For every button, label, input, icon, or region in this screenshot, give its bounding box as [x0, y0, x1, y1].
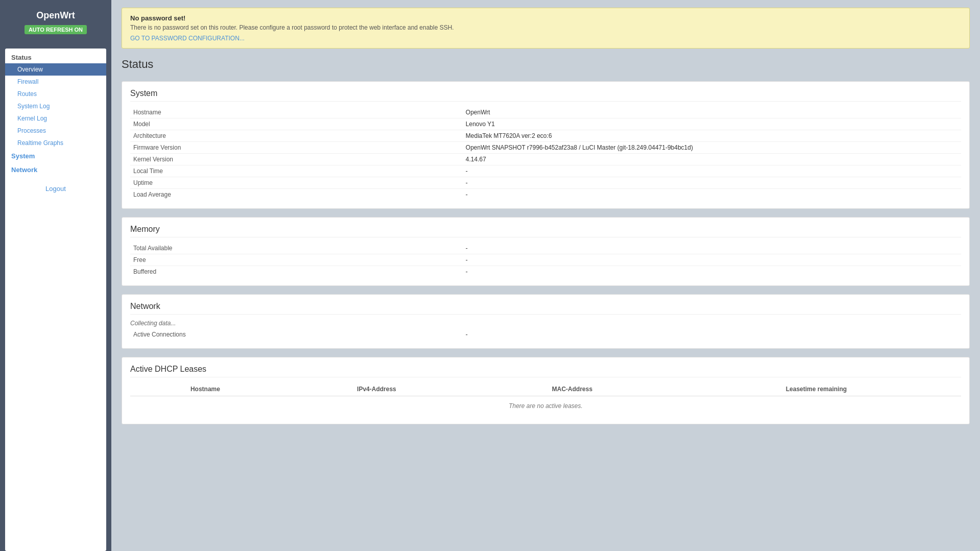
dhcp-table: HostnameIPv4-AddressMAC-AddressLeasetime…: [130, 382, 961, 416]
app-title-text: OpenWrt: [5, 10, 106, 21]
auto-refresh-button[interactable]: AUTO REFRESH ON: [25, 25, 87, 34]
dhcp-no-leases-text: There are no active leases.: [130, 396, 961, 416]
dhcp-no-leases-row: There are no active leases.: [130, 396, 961, 416]
network-card-title: Network: [130, 302, 961, 315]
system-info-table: HostnameOpenWrtModelLenovo Y1Architectur…: [130, 107, 961, 200]
table-row: Load Average-: [130, 189, 961, 201]
logout-link[interactable]: Logout: [45, 185, 66, 193]
table-row: ModelLenovo Y1: [130, 118, 961, 130]
memory-card-title: Memory: [130, 225, 961, 237]
dhcp-column-header: Hostname: [130, 382, 280, 396]
sidebar-nav: Status Overview Firewall Routes System L…: [5, 49, 106, 551]
page-title: Status: [122, 58, 970, 74]
main-content: No password set! There is no password se…: [111, 0, 980, 551]
table-row: ArchitectureMediaTek MT7620A ver:2 eco:6: [130, 130, 961, 142]
nav-section-network[interactable]: Network: [5, 163, 106, 177]
alert-title: No password set!: [130, 14, 961, 22]
memory-info-table: Total Available-Free-Buffered-: [130, 243, 961, 277]
network-card: Network Collecting data... Active Connec…: [122, 294, 970, 349]
table-row: Kernel Version4.14.67: [130, 154, 961, 165]
sidebar-item-processes[interactable]: Processes: [5, 125, 106, 137]
network-info-table: Active Connections-: [130, 329, 961, 340]
table-row: Active Connections-: [130, 329, 961, 340]
sidebar-item-overview[interactable]: Overview: [5, 63, 106, 76]
system-card: System HostnameOpenWrtModelLenovo Y1Arch…: [122, 81, 970, 209]
table-row: Buffered-: [130, 266, 961, 278]
nav-section-system[interactable]: System: [5, 149, 106, 163]
sidebar-item-realtime-graphs[interactable]: Realtime Graphs: [5, 137, 106, 149]
dhcp-column-header: IPv4-Address: [280, 382, 473, 396]
collecting-data-text: Collecting data...: [130, 320, 961, 327]
sidebar-item-system-log[interactable]: System Log: [5, 100, 106, 112]
alert-text: There is no password set on this router.…: [130, 24, 961, 31]
sidebar-item-firewall[interactable]: Firewall: [5, 76, 106, 88]
table-row: HostnameOpenWrt: [130, 107, 961, 118]
alert-box: No password set! There is no password se…: [122, 8, 970, 49]
sidebar-item-kernel-log[interactable]: Kernel Log: [5, 112, 106, 125]
memory-card: Memory Total Available-Free-Buffered-: [122, 217, 970, 286]
table-row: Free-: [130, 254, 961, 266]
logout-container: Logout: [5, 177, 106, 201]
alert-link[interactable]: GO TO PASSWORD CONFIGURATION...: [130, 35, 245, 42]
dhcp-column-header: MAC-Address: [473, 382, 672, 396]
sidebar: OpenWrt AUTO REFRESH ON Status Overview …: [0, 0, 111, 551]
dhcp-card: Active DHCP Leases HostnameIPv4-AddressM…: [122, 357, 970, 424]
app-title: OpenWrt AUTO REFRESH ON: [0, 0, 111, 49]
sidebar-item-routes[interactable]: Routes: [5, 88, 106, 100]
table-row: Total Available-: [130, 243, 961, 254]
dhcp-column-header: Leasetime remaining: [672, 382, 961, 396]
nav-section-status: Status: [5, 49, 106, 63]
table-row: Firmware VersionOpenWrt SNAPSHOT r7996-b…: [130, 142, 961, 154]
table-row: Uptime-: [130, 177, 961, 189]
table-row: Local Time-: [130, 165, 961, 177]
system-card-title: System: [130, 89, 961, 102]
dhcp-card-title: Active DHCP Leases: [130, 365, 961, 377]
